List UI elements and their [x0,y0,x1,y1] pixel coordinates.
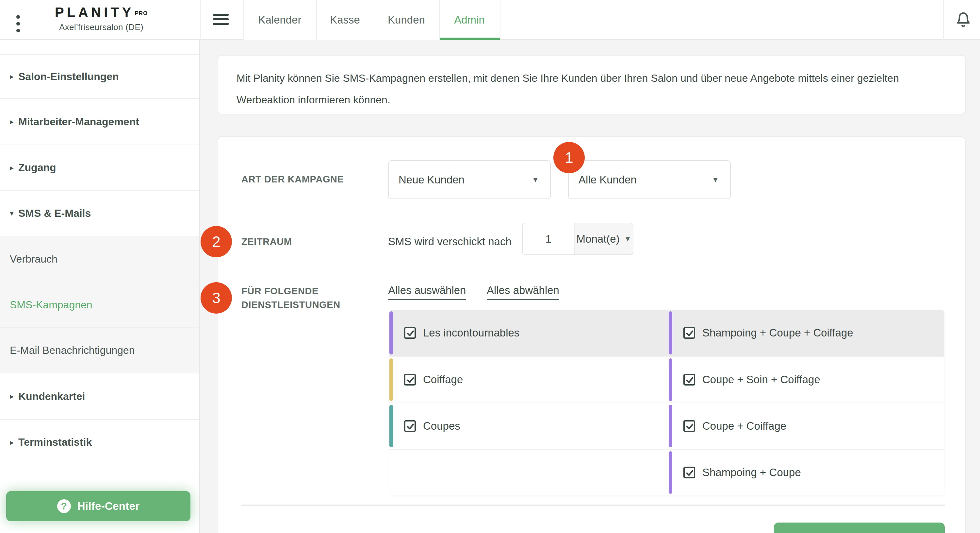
deselect-all-link[interactable]: Alles abwählen [487,284,559,300]
sidebar-item-sms-emails[interactable]: ▾ SMS & E-Mails [0,191,199,236]
intro-text: Mit Planity können Sie SMS-Kampagnen ers… [237,67,952,110]
sidebar-item-label: Salon-Einstellungen [18,71,119,83]
service-checkbox-checked[interactable] [404,420,416,432]
notifications-bell-icon[interactable] [956,10,971,29]
intro-card: Mit Planity können Sie SMS-Kampagnen ers… [218,55,966,115]
services-label-line1: FÜR FOLGENDE [242,284,340,298]
service-label: Coupes [423,420,460,432]
sidebar-item-label: Kundenkartei [18,391,85,402]
sidebar-item-label: E-Mail Benachrichtigungen [10,344,135,356]
service-item[interactable]: Les incontournables [390,310,668,356]
app-window: PLANITYPRO Axel’friseursalon (DE) Kalend… [0,0,980,533]
category-color-bar [669,358,672,401]
sidebar-item-label: Verbrauch [10,253,57,265]
services-label-line2: DIENSTLEISTUNGEN [242,298,340,312]
period-input-group: Monat(e) ▼ [522,223,633,255]
chevron-down-icon: ▼ [712,176,719,184]
service-checkbox-checked[interactable] [683,374,695,386]
period-label: ZEITRAUM [242,236,292,247]
sidebar-item-label: SMS & E-Mails [18,207,91,219]
brand-block: PLANITYPRO Axel’friseursalon (DE) [49,5,154,32]
service-label: Les incontournables [423,327,519,339]
service-item[interactable]: Coupe + Soin + Coiffage [669,357,944,402]
service-row: Coupes Coupe + Coiffage [390,402,944,449]
service-checkbox-checked[interactable] [683,327,695,339]
tab-separator [439,0,440,40]
step-badge-1: 1 [554,142,585,173]
campaign-type-dropdown-2[interactable]: Alle Kunden ▼ [568,160,731,199]
sidebar-item-label: Terminstatistik [18,436,92,448]
tab-separator [374,0,374,40]
category-color-bar [390,311,393,354]
hamburger-menu-icon[interactable] [213,14,229,27]
service-item[interactable]: Coupes [390,403,668,449]
sidebar-item-terminstatistik[interactable]: ▸ Terminstatistik [0,420,199,465]
brand-logo: PLANITYPRO [49,5,154,20]
service-row: Coiffage Coupe + Soin + Coiffage [390,356,944,402]
chevron-down-icon: ▼ [624,235,632,243]
period-unit-dropdown[interactable]: Monat(e) ▼ [574,223,633,254]
campaign-type-dropdown-1[interactable]: Neue Kunden ▼ [388,160,551,199]
service-checkbox-checked[interactable] [683,420,695,432]
campaign-type-label: ART DER KAMPAGNE [242,174,344,185]
step-badge-3: 3 [200,282,232,314]
dropdown-value: Neue Kunden [399,174,465,186]
chevron-right-icon: ▸ [10,438,18,447]
service-label: Shampoing + Coupe + Coiffage [702,327,853,339]
tab-admin-label: Admin [454,14,485,26]
logo-pro-suffix: PRO [135,10,148,16]
service-item[interactable]: Coupe + Coiffage [669,403,944,449]
service-row: Les incontournables Shampoing + Coupe + … [390,310,944,356]
select-all-link[interactable]: Alles auswählen [388,284,466,300]
chevron-right-icon: ▸ [10,117,18,126]
category-color-bar [669,405,672,447]
service-checkbox-checked[interactable] [404,374,416,386]
chevron-down-icon: ▾ [10,209,18,218]
category-color-bar [669,451,672,494]
category-color-bar [390,405,393,447]
service-label: Coiffage [423,373,463,386]
dropdown-value: Alle Kunden [579,174,637,186]
question-mark-icon: ? [57,499,71,513]
chevron-right-icon: ▸ [10,392,18,401]
sidebar-item-label: Zugang [18,161,56,174]
tab-kunden[interactable]: Kunden [374,0,439,40]
sidebar-item-verbrauch[interactable]: Verbrauch [0,236,199,282]
header-divider [200,0,200,40]
service-item[interactable]: Coiffage [390,357,668,402]
service-item[interactable]: Shampoing + Coupe + Coiffage [669,310,944,356]
help-center-button[interactable]: ? Hilfe-Center [6,491,191,521]
service-label: Shampoing + Coupe [702,466,801,479]
sidebar-item-label: Mitarbeiter-Management [18,116,139,128]
form-divider [242,504,945,506]
chevron-right-icon: ▸ [10,72,18,81]
sidebar-item-email-benachrichtigungen[interactable]: E-Mail Benachrichtigungen [0,328,199,373]
service-item[interactable]: Shampoing + Coupe [669,450,944,495]
service-checkbox-checked[interactable] [683,467,695,479]
service-label: Coupe + Coiffage [702,420,786,432]
service-row: Shampoing + Coupe [390,449,944,495]
service-label: Coupe + Soin + Coiffage [702,373,820,386]
category-color-bar [669,311,672,354]
sidebar: ▸ Salon-Einstellungen ▸ Mitarbeiter-Mana… [0,40,200,533]
sidebar-item-mitarbeiter-management[interactable]: ▸ Mitarbeiter-Management [0,99,199,145]
sidebar-item-kundenkartei[interactable]: ▸ Kundenkartei [0,373,199,420]
sidebar-item-zugang[interactable]: ▸ Zugang [0,145,199,191]
kebab-menu-icon[interactable] [14,15,22,36]
salon-name: Axel’friseursalon (DE) [49,22,154,32]
tab-kalender[interactable]: Kalender [243,0,316,40]
category-color-bar [390,358,393,401]
period-value-input[interactable] [523,223,574,254]
sidebar-item-salon-einstellungen[interactable]: ▸ Salon-Einstellungen [0,55,199,99]
active-tab-underline [439,38,500,40]
services-label: FÜR FOLGENDE DIENSTLEISTUNGEN [242,284,340,312]
services-grid: Les incontournables Shampoing + Coupe + … [390,310,944,495]
tab-admin[interactable]: Admin [439,0,500,40]
tab-separator [316,0,317,40]
sidebar-item-sms-kampagnen[interactable]: SMS-Kampagnen [0,282,199,328]
service-checkbox-checked[interactable] [404,327,416,339]
submit-button[interactable] [774,523,945,533]
tab-kasse[interactable]: Kasse [316,0,374,40]
campaign-form-card: 1 ART DER KAMPAGNE Neue Kunden ▼ Alle Ku… [218,136,966,533]
period-sentence: SMS wird verschickt nach [388,236,512,247]
